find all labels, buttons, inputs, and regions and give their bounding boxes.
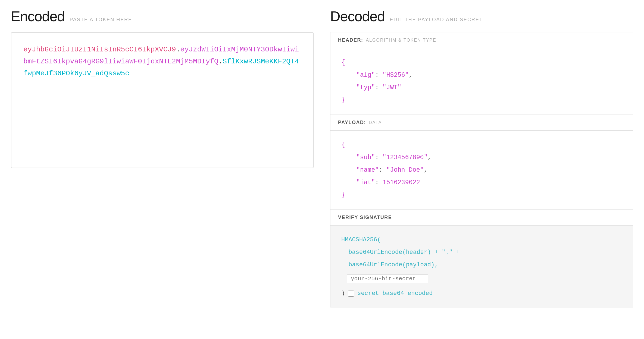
verify-body: HMACSHA256( base64UrlEncode(header) + ".… xyxy=(330,226,633,308)
payload-name-value: "John Doe" xyxy=(386,167,424,174)
payload-body[interactable]: { "sub": "1234567890", "name": "John Doe… xyxy=(330,131,633,209)
header-section: HEADER: ALGORITHM & TOKEN TYPE { "alg": … xyxy=(330,32,633,115)
token-dot1: . xyxy=(176,45,180,54)
payload-sublabel: DATA xyxy=(369,120,382,125)
payload-iat-key: "iat" xyxy=(356,179,375,186)
encoded-subtitle: PASTE A TOKEN HERE xyxy=(70,17,132,23)
header-alg-value: "HS256" xyxy=(383,72,409,79)
header-label: HEADER: xyxy=(338,37,363,43)
encoded-box[interactable]: eyJhbGciOiJIUzI1NiIsInR5cCI6IkpXVCJ9.eyJ… xyxy=(11,32,314,168)
payload-sub-key: "sub" xyxy=(356,154,375,161)
header-section-header: HEADER: ALGORITHM & TOKEN TYPE xyxy=(330,32,633,48)
payload-iat-value: 1516239022 xyxy=(383,179,420,186)
verify-func-line: HMACSHA256( xyxy=(341,234,622,246)
decoded-subtitle: EDIT THE PAYLOAD AND SECRET xyxy=(390,17,483,23)
header-alg-key: "alg" xyxy=(356,72,375,79)
decoded-header: Decoded EDIT THE PAYLOAD AND SECRET xyxy=(330,8,633,24)
encoded-title: Encoded xyxy=(11,8,65,24)
verify-secret-line xyxy=(347,273,622,285)
token-part1: eyJhbGciOiJIUzI1NiIsInR5cCI6IkpXVCJ9 xyxy=(23,45,176,54)
verify-section: VERIFY SIGNATURE HMACSHA256( base64UrlEn… xyxy=(330,210,633,308)
verify-close-paren: ) xyxy=(341,287,345,300)
verify-func-text: HMACSHA256( xyxy=(341,236,381,243)
decoded-title: Decoded xyxy=(330,8,385,24)
payload-section-header: PAYLOAD: DATA xyxy=(330,115,633,131)
verify-line1: base64UrlEncode(header) + "." + xyxy=(341,246,622,259)
header-typ-value: "JWT" xyxy=(383,84,401,91)
verify-label: VERIFY SIGNATURE xyxy=(338,215,392,220)
encoded-header: Encoded PASTE A TOKEN HERE xyxy=(11,8,314,24)
verify-section-header: VERIFY SIGNATURE xyxy=(330,210,633,226)
verify-line2: base64UrlEncode(payload), xyxy=(341,259,622,271)
header-json: { "alg": "HS256", "typ": "JWT" } xyxy=(341,56,622,106)
secret-input[interactable] xyxy=(347,274,428,283)
payload-section: PAYLOAD: DATA { "sub": "1234567890", "na… xyxy=(330,115,633,210)
checkbox-label-text: secret base64 encoded xyxy=(357,287,433,300)
header-body[interactable]: { "alg": "HS256", "typ": "JWT" } xyxy=(330,48,633,115)
payload-label: PAYLOAD: xyxy=(338,120,366,125)
verify-line2-text: base64UrlEncode(payload), xyxy=(348,261,438,268)
main-container: Encoded PASTE A TOKEN HERE eyJhbGciOiJIU… xyxy=(0,0,644,339)
verify-close-line: ) secret base64 encoded xyxy=(341,287,622,300)
header-typ-key: "typ" xyxy=(356,84,375,91)
header-open-brace: { xyxy=(341,59,345,66)
verify-line1-text: base64UrlEncode(header) + "." + xyxy=(348,249,459,256)
header-sublabel: ALGORITHM & TOKEN TYPE xyxy=(366,38,436,43)
decoded-panel: Decoded EDIT THE PAYLOAD AND SECRET HEAD… xyxy=(330,8,633,331)
header-close-brace: } xyxy=(341,97,345,104)
payload-open-brace: { xyxy=(341,141,345,149)
payload-close-brace: } xyxy=(341,192,345,199)
payload-name-key: "name" xyxy=(356,167,379,174)
payload-sub-value: "1234567890" xyxy=(383,154,428,161)
token-dot2: . xyxy=(218,57,223,66)
secret-base64-checkbox[interactable] xyxy=(348,291,354,297)
encoded-panel: Encoded PASTE A TOKEN HERE eyJhbGciOiJIU… xyxy=(11,8,314,331)
payload-json: { "sub": "1234567890", "name": "John Doe… xyxy=(341,139,622,201)
